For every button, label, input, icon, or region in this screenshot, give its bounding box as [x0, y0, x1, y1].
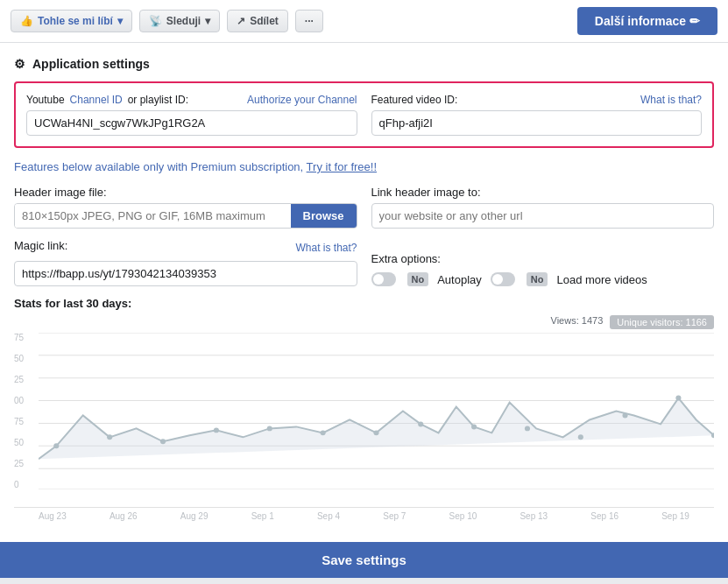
settings-box: Youtube Channel ID or playlist ID: Autho…	[14, 81, 714, 148]
like-label: Tohle se mi líbí	[38, 15, 113, 27]
svg-point-9	[107, 434, 112, 440]
chart-container: Views: 1473 Unique visitors: 1166 75 50 …	[14, 315, 714, 508]
follow-label: Sleduji	[166, 15, 201, 27]
settings-row: Youtube Channel ID or playlist ID: Autho…	[26, 94, 702, 136]
link-header-label: Link header image to:	[371, 186, 715, 199]
more-label: ···	[305, 15, 314, 27]
chart-y-labels: 75 50 25 00 75 50 25 0	[14, 333, 39, 489]
more-button[interactable]: ···	[295, 10, 323, 32]
try-free-link[interactable]: Try it for free!!	[307, 160, 377, 173]
premium-text: Features below available only with Premi…	[14, 160, 303, 173]
extra-options-label: Extra options:	[371, 252, 715, 265]
featured-what-link[interactable]: What is that?	[640, 94, 702, 106]
featured-id-group: Featured video ID: What is that?	[371, 94, 703, 136]
svg-point-8	[53, 443, 59, 448]
autoplay-knob	[373, 274, 384, 285]
autoplay-toggle[interactable]	[371, 272, 396, 286]
section-title-text: Application settings	[32, 57, 150, 71]
save-bar: Save settings	[0, 542, 728, 578]
header-image-input[interactable]	[15, 204, 291, 228]
load-more-label: Load more videos	[556, 273, 647, 286]
chart-svg	[39, 333, 714, 489]
share-label: Sdílet	[250, 15, 279, 27]
magic-link-row: Magic link: What is that? Extra options:…	[14, 239, 714, 286]
extra-options-group: Extra options: No Autoplay	[371, 252, 715, 286]
follow-button[interactable]: 📡 Sleduji ▾	[139, 10, 220, 32]
app-container: 👍 Tohle se mi líbí ▾ 📡 Sleduji ▾ ↗ Sdíle…	[0, 0, 728, 578]
autoplay-track	[371, 272, 396, 286]
load-more-knob	[492, 274, 503, 285]
magic-link-input[interactable]	[14, 261, 357, 286]
extra-options-row: No Autoplay No Load more videos	[371, 272, 715, 286]
header-image-input-group: Browse	[14, 203, 357, 229]
stats-title: Stats for last 30 days:	[14, 297, 714, 310]
authorize-link-wrap: Authorize your Channel	[247, 94, 357, 106]
authorize-link[interactable]: Authorize your Channel	[247, 94, 357, 106]
svg-point-14	[373, 430, 378, 435]
chart-x-labels: Aug 23 Aug 26 Aug 29 Sep 1 Sep 4 Sep 7 S…	[14, 508, 714, 521]
svg-point-10	[160, 439, 166, 444]
top-bar-left: 👍 Tohle se mi líbí ▾ 📡 Sleduji ▾ ↗ Sdíle…	[11, 10, 323, 32]
chart-legend: Views: 1473 Unique visitors: 1166	[551, 315, 714, 329]
link-header-input[interactable]	[371, 203, 715, 229]
section-title: ⚙ Application settings	[14, 57, 714, 71]
like-chevron-icon: ▾	[117, 15, 123, 27]
top-bar: 👍 Tohle se mi líbí ▾ 📡 Sleduji ▾ ↗ Sdíle…	[0, 0, 728, 43]
magic-link-group: Magic link: What is that?	[14, 239, 357, 286]
rss-icon: 📡	[149, 15, 162, 27]
save-button[interactable]: Save settings	[322, 552, 406, 567]
what-is-that-wrap: What is that?	[640, 94, 702, 106]
views-legend: Views: 1473	[551, 315, 604, 329]
main-content: ⚙ Application settings Youtube Channel I…	[0, 43, 728, 535]
header-image-label: Header image file:	[14, 186, 357, 199]
header-image-row: Header image file: Browse Link header im…	[14, 186, 714, 229]
featured-id-input[interactable]	[371, 110, 703, 136]
premium-notice: Features below available only with Premi…	[14, 160, 714, 173]
load-more-no-badge: No	[527, 272, 548, 286]
autoplay-no-badge: No	[407, 272, 429, 286]
stats-section: Stats for last 30 days: Views: 1473 Uniq…	[14, 297, 714, 521]
featured-label: Featured video ID: What is that?	[371, 94, 703, 106]
info-button[interactable]: Další informace ✏	[577, 7, 717, 35]
featured-label-text: Featured video ID:	[371, 94, 458, 106]
magic-link-what-link[interactable]: What is that?	[295, 242, 357, 254]
autoplay-label: Autoplay	[437, 273, 482, 286]
channel-id-link[interactable]: Channel ID	[70, 94, 123, 106]
svg-point-15	[418, 421, 423, 426]
magic-link-label-row: Magic link: What is that?	[14, 239, 357, 257]
share-icon: ↗	[237, 15, 245, 27]
header-image-group: Header image file: Browse	[14, 186, 357, 229]
svg-point-17	[525, 426, 530, 431]
link-header-group: Link header image to:	[371, 186, 715, 229]
channel-label-3: or playlist ID:	[128, 94, 188, 106]
gear-icon: ⚙	[14, 57, 25, 71]
svg-point-20	[675, 396, 681, 401]
svg-point-13	[321, 430, 326, 435]
svg-point-19	[623, 412, 628, 418]
share-button[interactable]: ↗ Sdílet	[227, 10, 288, 32]
svg-point-11	[214, 427, 219, 433]
thumbs-up-icon: 👍	[20, 15, 33, 27]
channel-id-group: Youtube Channel ID or playlist ID: Autho…	[26, 94, 357, 136]
svg-point-16	[471, 424, 477, 429]
load-more-toggle[interactable]	[491, 272, 515, 286]
svg-point-18	[578, 434, 583, 440]
youtube-text: Youtube	[26, 94, 65, 106]
info-label: Další informace ✏	[595, 14, 700, 28]
svg-point-12	[267, 426, 272, 431]
magic-link-label: Magic link:	[14, 239, 67, 252]
channel-id-input[interactable]	[26, 110, 357, 136]
like-button[interactable]: 👍 Tohle se mi líbí ▾	[11, 10, 132, 32]
follow-chevron-icon: ▾	[205, 15, 210, 27]
unique-legend: Unique visitors: 1166	[610, 315, 714, 329]
browse-button[interactable]: Browse	[291, 204, 357, 228]
load-more-track	[491, 272, 515, 286]
channel-label: Youtube Channel ID or playlist ID: Autho…	[26, 94, 357, 106]
